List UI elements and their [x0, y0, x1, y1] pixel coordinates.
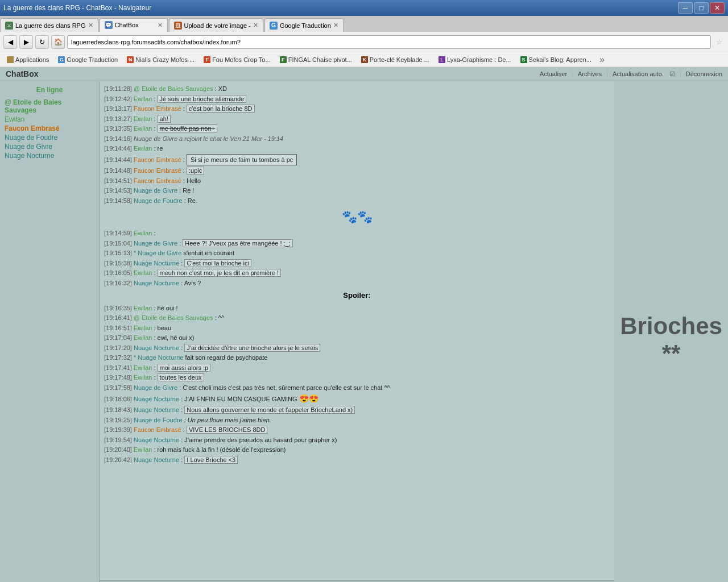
bookmark-applications[interactable]: Applications: [3, 55, 52, 64]
home-button[interactable]: 🏠: [51, 35, 65, 49]
sidebar-user-3[interactable]: Nuage de Foudre: [5, 134, 94, 142]
sidebar-user-0[interactable]: @ Etoile de Baies Sauvages: [5, 98, 94, 114]
autoupdate-checkbox[interactable]: ☑: [669, 70, 675, 78]
message-18: [19:16:35] Ewilan : hé oui !: [104, 304, 610, 313]
url-bar[interactable]: [67, 35, 711, 49]
message-8: [19:14:48] Faucon Embrasé : :upic: [104, 166, 610, 176]
brioche-banner: Brioches **: [614, 313, 728, 367]
message-19: [19:16:41] @ Etoile de Baies Sauvages : …: [104, 313, 610, 323]
sidebar-user-5[interactable]: Nuage Nocturne: [5, 152, 94, 160]
message-13: [19:15:04] Nuage de Givre : Heee ?! J've…: [104, 239, 610, 248]
tab-favicon-2: 💬: [105, 21, 113, 29]
tab-favicon-3: 🖼: [174, 22, 182, 30]
message-17: [19:16:32] Nuage Nocturne : Avis ?: [104, 278, 610, 288]
bookmark-nialls[interactable]: N Nialls Crazy Mofos ...: [123, 55, 198, 64]
bookmark-favicon-7: S: [520, 56, 527, 63]
message-0: [19:11:28] @ Etoile de Baies Sauvages : …: [104, 84, 610, 94]
chatbox-title: ChatBox: [6, 69, 39, 78]
online-label: En ligne: [5, 86, 94, 94]
message-33: [19:20:42] Nuage Nocturne : I Love Brioc…: [104, 455, 610, 465]
back-button[interactable]: ◀: [3, 35, 17, 49]
tab-favicon-1: ⚔: [5, 22, 13, 30]
tab-2[interactable]: 💬 ChatBox ✕: [100, 18, 168, 32]
tab-title-4: Google Traduction: [280, 22, 331, 29]
message-7: [19:14:44] Faucon Embrasé : Si si je meu…: [104, 154, 610, 166]
forward-button[interactable]: ▶: [19, 35, 33, 49]
message-2: [19:13:17] Faucon Embrasé : c'est bon la…: [104, 104, 610, 114]
bookmark-label-7: Sekai's Blog: Appren...: [529, 56, 592, 63]
title-bar-buttons: ─ □ ✕: [678, 2, 725, 14]
bookmark-label-2: Nialls Crazy Mofos ...: [135, 56, 195, 63]
chat-area: [19:11:28] @ Etoile de Baies Sauvages : …: [100, 81, 614, 582]
close-button[interactable]: ✕: [710, 2, 725, 14]
main-layout: En ligne @ Etoile de Baies Sauvages Ewil…: [0, 81, 728, 582]
chatbox-app: ChatBox Actualiser | Archives | Actualis…: [0, 67, 728, 582]
tab-title-2: ChatBox: [115, 22, 155, 28]
message-23: [19:17:32] * Nuage Nocturne fait son reg…: [104, 353, 610, 363]
sep2: |: [606, 70, 608, 78]
message-14: [19:15:13] * Nuage de Givre s'enfuit en …: [104, 248, 610, 258]
bookmark-lyxa[interactable]: L Lyxa-Graphisme : De...: [435, 55, 515, 64]
message-25: [19:17:48] Ewilan : toutes les deux: [104, 373, 610, 383]
message-4: [19:13:35] Ewilan : me bouffe pas non+: [104, 124, 610, 134]
sidebar-user-4[interactable]: Nuage de Givre: [5, 143, 94, 151]
deconnexion-action[interactable]: Déconnexion: [686, 70, 722, 78]
message-10: [19:14:53] Nuage de Givre : Re !: [104, 186, 610, 196]
bookmark-label-4: FINGAL Chaise pivot...: [288, 56, 352, 63]
tab-close-1[interactable]: ✕: [88, 22, 93, 29]
bookmark-label-3: Fou Mofos Crop To...: [212, 56, 271, 63]
right-panel: Brioches **: [614, 81, 728, 582]
bookmark-favicon-6: L: [439, 56, 445, 63]
nav-bar: ◀ ▶ ↻ 🏠 ☆: [0, 32, 728, 52]
sidebar-user-1[interactable]: Ewilan: [5, 115, 94, 123]
bookmark-keyblade[interactable]: K Porte-clé Keyblade ...: [358, 55, 433, 64]
bookmark-sekai[interactable]: S Sekai's Blog: Appren...: [517, 55, 595, 64]
minimize-button[interactable]: ─: [678, 2, 693, 14]
message-16: [19:16:05] Ewilan : meuh non c'est moi, …: [104, 268, 610, 278]
bookmark-google-traduction[interactable]: G Google Traduction: [55, 55, 121, 64]
bookmark-favicon-5: K: [361, 56, 368, 63]
message-32: [19:20:40] Ewilan : roh mais fuck à la f…: [104, 445, 610, 455]
sep3: |: [680, 70, 681, 78]
message-5: [19:14:16] Nuage de Givre a rejoint le c…: [104, 134, 610, 144]
archives-action[interactable]: Archives: [578, 70, 602, 78]
message-21: [19:17:04] Ewilan : ewi, hé oui x): [104, 333, 610, 343]
title-bar: La guerre des clans RPG - ChatBox - Navi…: [0, 0, 728, 16]
sidebar-user-2[interactable]: Faucon Embrasé: [5, 124, 94, 132]
chatbox-actions: Actualiser | Archives | Actualisation au…: [540, 70, 722, 78]
message-22: [19:17:20] Nuage Nocturne : J'ai décidée…: [104, 343, 610, 353]
message-28: [19:18:43] Nuage Nocturne : Nous allons …: [104, 405, 610, 415]
message-3: [19:13:27] Ewilan : ah!: [104, 114, 610, 124]
tab-title-1: La guerre des clans RPG: [15, 22, 86, 29]
bookmark-fingal[interactable]: F FINGAL Chaise pivot...: [276, 55, 355, 64]
bookmark-star-button[interactable]: ☆: [713, 35, 725, 49]
actualiser-action[interactable]: Actualiser: [540, 70, 567, 78]
bookmark-label-6: Lyxa-Graphisme : De...: [447, 56, 511, 63]
message-1: [19:12:42] Ewilan : Jé suis une brioche …: [104, 94, 610, 104]
tab-1[interactable]: ⚔ La guerre des clans RPG ✕: [0, 18, 98, 32]
bookmark-favicon-1: G: [58, 56, 65, 63]
spoiler-label: Spoiler:: [104, 290, 610, 301]
chat-messages: [19:11:28] @ Etoile de Baies Sauvages : …: [100, 81, 614, 580]
bookmarks-more[interactable]: »: [599, 55, 605, 65]
tab-4[interactable]: G Google Traduction ✕: [264, 18, 344, 32]
message-9: [19:14:51] Faucon Embrasé : Hello: [104, 176, 610, 186]
bookmark-label-5: Porte-clé Keyblade ...: [370, 56, 429, 63]
message-27: [19:18:06] Nuage Nocturne : J'AI ENFIN E…: [104, 393, 610, 405]
tab-close-4[interactable]: ✕: [333, 22, 338, 29]
bookmark-favicon-0: [7, 56, 14, 63]
reload-button[interactable]: ↻: [35, 35, 49, 49]
bookmark-favicon-4: F: [280, 56, 287, 63]
autoupdate-action[interactable]: Actualisation auto.: [613, 70, 664, 78]
maximize-button[interactable]: □: [694, 2, 709, 14]
tab-close-2[interactable]: ✕: [158, 22, 163, 29]
tab-close-3[interactable]: ✕: [253, 22, 258, 29]
message-spoiler: Spoiler:: [104, 290, 610, 301]
bookmark-fou[interactable]: F Fou Mofos Crop To...: [200, 55, 274, 64]
message-20: [19:16:51] Ewilan : beau: [104, 323, 610, 333]
tab-bar: ⚔ La guerre des clans RPG ✕ 💬 ChatBox ✕ …: [0, 16, 728, 32]
tab-3[interactable]: 🖼 Upload de votre image - ✕: [169, 18, 263, 32]
message-11: [19:14:58] Nuage de Foudre : Re.: [104, 196, 610, 206]
bookmark-favicon-2: N: [127, 56, 134, 63]
message-6: [19:14:44] Ewilan : re: [104, 144, 610, 153]
